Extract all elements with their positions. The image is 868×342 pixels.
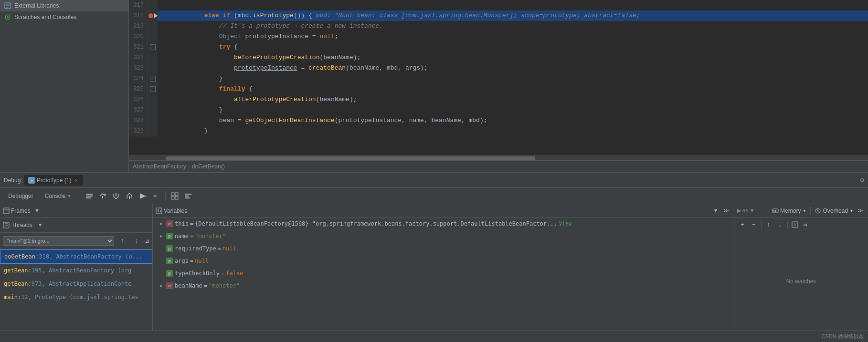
line-gutter (148, 0, 158, 10)
frame-item-1[interactable]: getBean:195, AbstractBeanFactory (org (0, 264, 152, 277)
line-number: 322 (129, 52, 148, 63)
variable-type-icon: p (166, 245, 173, 252)
status-bar: CSDN @深情以改 (0, 331, 868, 342)
scrollbar-thumb[interactable] (166, 156, 535, 160)
frame-item-3[interactable]: main:12, ProtoType (com.jsxl.spring.tes (0, 290, 152, 304)
svg-text:$x: $x (157, 209, 162, 213)
line-number: 329 (129, 126, 148, 136)
variable-type-icon: p (166, 258, 173, 264)
watches-content: + − ↑ ↓ 0110 No watches (734, 218, 868, 331)
code-line-325: 325 − finally { (129, 84, 868, 94)
line-content (158, 0, 868, 10)
sidebar-item-external-libraries[interactable]: External Libraries (0, 0, 128, 11)
code-line-322: 322 beforePrototypeCreation(beanName); (129, 52, 868, 63)
move-up-button[interactable]: ↑ (763, 219, 774, 230)
add-watch-button[interactable]: + (737, 219, 748, 230)
view-link[interactable]: View (559, 219, 572, 228)
table-view-button[interactable] (169, 190, 181, 202)
expand-icon[interactable]: ▶ (159, 221, 164, 227)
evaluate-expression-button[interactable]: ≈ (150, 190, 162, 202)
line-number: 327 (129, 105, 148, 115)
variable-item-args[interactable]: ▶ p args = null (153, 255, 734, 267)
line-number: 324 (129, 73, 148, 84)
variable-type-icon: e (166, 220, 173, 227)
fold-indicator[interactable]: − (150, 76, 156, 82)
code-line-317: 317 (129, 0, 868, 10)
expand-watches-button[interactable] (790, 219, 800, 230)
debug-header: Debug: P ProtoType (1) × ⚙ (0, 173, 868, 188)
no-watches-text: No watches (734, 232, 868, 331)
threads-header-text: Threads (11, 222, 32, 228)
variable-name: requiredType (175, 244, 216, 253)
frame-item-2[interactable]: getBean:973, AbstractApplicationConte (0, 277, 152, 290)
variable-value: {DefaultListableBeanFactory@1568} "org.s… (195, 219, 557, 228)
line-gutter (148, 115, 158, 126)
variable-item-name[interactable]: ▶ p name = "monster" (153, 230, 734, 242)
debug-tab-prototype[interactable]: P ProtoType (1) × (24, 175, 83, 186)
line-gutter (148, 63, 158, 73)
line-content-318: else if (mbd.isPrototype()) { mbd: "Root… (158, 10, 868, 21)
code-line-319: 319 // It's a prototype → create a new i… (129, 21, 868, 31)
threads-settings-button[interactable]: ▼ (35, 220, 45, 230)
line-number: 323 (129, 63, 148, 73)
step-out-button[interactable] (123, 190, 136, 202)
frames-header-text: Frames (11, 207, 31, 214)
close-tab-button[interactable]: × (73, 177, 79, 184)
sort-desc-button[interactable]: ↓ (130, 235, 143, 247)
separator2 (787, 221, 788, 228)
svg-rect-23 (3, 208, 9, 214)
variable-item-requiredtype[interactable]: ▶ p requiredType = null (153, 242, 734, 255)
console-dropdown-arrow: ▼ (67, 194, 72, 198)
frame-item-active[interactable]: doGetBean:318, AbstractBeanFactory (o... (0, 249, 152, 264)
console-tab[interactable]: Console ▼ (40, 190, 77, 202)
move-down-button[interactable]: ↓ (775, 219, 785, 230)
overhead-arrow: ▼ (849, 208, 854, 213)
binary-view-button[interactable]: 0110 (801, 219, 812, 230)
debug-settings-button[interactable]: ⚙ (860, 176, 864, 184)
run-to-cursor-button[interactable] (137, 190, 149, 202)
debugger-tab[interactable]: Debugger (3, 190, 39, 202)
line-gutter-fold[interactable]: − (148, 42, 158, 52)
remove-watch-button[interactable]: − (749, 219, 759, 230)
variables-expand-button[interactable]: ▼ (711, 206, 720, 216)
show-execution-point-button[interactable] (83, 190, 95, 202)
svg-rect-12 (116, 193, 116, 196)
expand-icon[interactable]: ▶ (159, 283, 164, 289)
step-over-button[interactable] (96, 190, 109, 202)
thread-select[interactable]: "main"@1 in gro... (3, 236, 114, 246)
svg-text:10: 10 (804, 223, 806, 226)
sidebar-item-label: Scratches and Consoles (14, 14, 76, 21)
line-gutter-318[interactable] (148, 10, 158, 21)
sort-asc-button[interactable]: ↑ (116, 235, 128, 247)
sidebar-item-scratches[interactable]: Scratches and Consoles (0, 11, 128, 23)
variable-value: null (195, 256, 209, 266)
horizontal-scrollbar[interactable] (129, 155, 868, 160)
line-gutter-fold[interactable]: − (148, 73, 158, 84)
line-gutter-fold[interactable]: − (148, 84, 158, 94)
variable-name: this (175, 219, 189, 228)
svg-text:P: P (31, 179, 32, 183)
svg-rect-20 (185, 194, 191, 195)
line-content-320: Object prototypeInstance = null; (158, 31, 868, 42)
svg-rect-8 (86, 194, 93, 195)
variables-settings-button[interactable]: ≫ (721, 206, 731, 216)
variable-item-typecheckonly[interactable]: ▶ p typeCheckOnly = false (153, 267, 734, 280)
watches-collapse-button[interactable]: ≫ (856, 206, 865, 216)
svg-rect-11 (102, 196, 103, 198)
variable-item-this[interactable]: ▶ e this = {DefaultListableBeanFactory@1… (153, 218, 734, 230)
fold-indicator[interactable]: − (150, 86, 156, 92)
svg-rect-22 (185, 197, 190, 198)
expand-icon[interactable]: ▶ (159, 233, 164, 239)
line-gutter (148, 105, 158, 115)
frames-settings-button[interactable]: ▼ (32, 206, 42, 216)
filter-button[interactable]: ⊿ (145, 238, 149, 245)
step-into-button[interactable] (110, 190, 122, 202)
fold-indicator[interactable]: − (150, 44, 156, 50)
memory-label: Memory (780, 207, 801, 214)
variable-item-beanname[interactable]: ▶ e beanName = "monster" (153, 280, 734, 292)
line-gutter (148, 21, 158, 31)
memory-header: Memory ▼ (772, 207, 806, 214)
svg-rect-32 (775, 210, 776, 212)
line-gutter (148, 94, 158, 105)
format-array-button[interactable] (182, 190, 194, 202)
